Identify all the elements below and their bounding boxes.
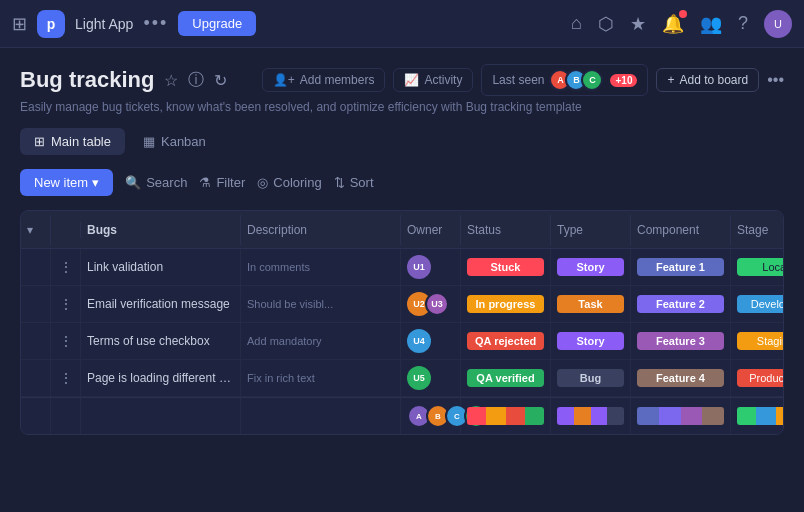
table-row: ⋮ Terms of use checkbox Add mandatory U4… (21, 323, 783, 360)
row-stage-3[interactable]: Staging (731, 323, 784, 359)
row-component-4[interactable]: Feature 4 (631, 360, 731, 396)
summary-bugs (81, 398, 241, 434)
row-owner-3[interactable]: U4 (401, 323, 461, 359)
type-badge[interactable]: Task (557, 295, 624, 313)
col-menu (51, 222, 81, 238)
main-content: Bug tracking ☆ ⓘ ↻ 👤+ Add members 📈 Acti… (0, 48, 804, 435)
row-stage-2[interactable]: Develop... (731, 286, 784, 322)
strip-comp3 (681, 407, 703, 425)
row-component-2[interactable]: Feature 2 (631, 286, 731, 322)
info-icon[interactable]: ⓘ (188, 70, 204, 91)
more-options-icon[interactable]: ••• (143, 13, 168, 34)
row-type-4[interactable]: Bug (551, 360, 631, 396)
row-stage-4[interactable]: Production (731, 360, 784, 396)
col-status-header: Status (461, 215, 551, 245)
stage-badge[interactable]: Local (737, 258, 784, 276)
table-row: ⋮ Link validation In comments U1 Stuck S… (21, 249, 783, 286)
stage-badge[interactable]: Staging (737, 332, 784, 350)
col-description-header: Description (241, 215, 401, 245)
cube-icon[interactable]: ⬡ (598, 13, 614, 35)
row-desc-3: Add mandatory (241, 323, 401, 359)
bell-icon[interactable]: 🔔 (662, 13, 684, 35)
home-icon[interactable]: ⌂ (571, 13, 582, 34)
strip-comp1 (637, 407, 659, 425)
row-status-3[interactable]: QA rejected (461, 323, 551, 359)
activity-icon: 📈 (404, 73, 419, 87)
filter-button[interactable]: ⚗ Filter (199, 175, 245, 190)
summary-owners: A B C D (401, 398, 461, 434)
avatar: U3 (425, 292, 449, 316)
type-badge[interactable]: Story (557, 332, 624, 350)
row-type-1[interactable]: Story (551, 249, 631, 285)
row-type-3[interactable]: Story (551, 323, 631, 359)
board-more-icon[interactable]: ••• (767, 71, 784, 89)
status-badge[interactable]: In progress (467, 295, 544, 313)
row-collapse-2[interactable] (21, 286, 51, 322)
coloring-button[interactable]: ◎ Coloring (257, 175, 321, 190)
strip-verified (525, 407, 544, 425)
tab-kanban[interactable]: ▦ Kanban (129, 128, 220, 155)
component-badge[interactable]: Feature 1 (637, 258, 724, 276)
stage-badge[interactable]: Production (737, 369, 784, 387)
grid-icon[interactable]: ⊞ (12, 13, 27, 35)
row-status-2[interactable]: In progress (461, 286, 551, 322)
component-badge[interactable]: Feature 4 (637, 369, 724, 387)
star-board-icon[interactable]: ☆ (164, 71, 178, 90)
avatar: U5 (407, 366, 431, 390)
component-badge[interactable]: Feature 3 (637, 332, 724, 350)
row-menu-4[interactable]: ⋮ (51, 360, 81, 396)
summary-desc (241, 398, 401, 434)
people-icon[interactable]: 👥 (700, 13, 722, 35)
row-menu-2[interactable]: ⋮ (51, 286, 81, 322)
strip-progress (486, 407, 505, 425)
row-collapse-1[interactable] (21, 249, 51, 285)
row-status-1[interactable]: Stuck (461, 249, 551, 285)
row-owner-4[interactable]: U5 (401, 360, 461, 396)
star-icon[interactable]: ★ (630, 13, 646, 35)
row-component-1[interactable]: Feature 1 (631, 249, 731, 285)
type-badge[interactable]: Story (557, 258, 624, 276)
row-bug-name-2: Email verification message (81, 286, 241, 322)
upgrade-button[interactable]: Upgrade (178, 11, 256, 36)
help-icon[interactable]: ? (738, 13, 748, 34)
row-stage-1[interactable]: Local (731, 249, 784, 285)
row-status-4[interactable]: QA verified (461, 360, 551, 396)
row-collapse-4[interactable] (21, 360, 51, 396)
type-badge[interactable]: Bug (557, 369, 624, 387)
row-type-2[interactable]: Task (551, 286, 631, 322)
search-button[interactable]: 🔍 Search (125, 175, 187, 190)
summary-row: A B C D (21, 397, 783, 434)
tab-main-table[interactable]: ⊞ Main table (20, 128, 125, 155)
row-menu-3[interactable]: ⋮ (51, 323, 81, 359)
row-owner-1[interactable]: U1 (401, 249, 461, 285)
board-header: Bug tracking ☆ ⓘ ↻ 👤+ Add members 📈 Acti… (20, 64, 784, 96)
stage-badge[interactable]: Develop... (737, 295, 784, 313)
table-icon: ⊞ (34, 134, 45, 149)
row-owner-2[interactable]: U2 U3 (401, 286, 461, 322)
filter-icon: ⚗ (199, 175, 211, 190)
strip-story (557, 407, 574, 425)
last-seen-button[interactable]: Last seen A B C +10 (481, 64, 648, 96)
sort-button[interactable]: ⇅ Sort (334, 175, 374, 190)
col-bugs-header: Bugs (81, 215, 241, 245)
activity-button[interactable]: 📈 Activity (393, 68, 473, 92)
main-table: ▾ Bugs Description Owner Status Type Com… (20, 210, 784, 435)
new-item-button[interactable]: New item ▾ (20, 169, 113, 196)
board-description: Easily manage bug tickets, know what's b… (20, 100, 784, 114)
strip-staging (776, 407, 785, 425)
status-badge[interactable]: Stuck (467, 258, 544, 276)
status-badge[interactable]: QA rejected (467, 332, 544, 350)
last-seen-label: Last seen (492, 73, 544, 87)
component-badge[interactable]: Feature 2 (637, 295, 724, 313)
user-avatar[interactable]: U (764, 10, 792, 38)
row-collapse-3[interactable] (21, 323, 51, 359)
row-menu-1[interactable]: ⋮ (51, 249, 81, 285)
chevron-down-icon: ▾ (27, 223, 33, 237)
owner-multi: U2 U3 (407, 292, 449, 316)
refresh-icon[interactable]: ↻ (214, 71, 227, 90)
summary-status (461, 398, 551, 434)
add-to-board-button[interactable]: + Add to board (656, 68, 759, 92)
row-component-3[interactable]: Feature 3 (631, 323, 731, 359)
add-members-button[interactable]: 👤+ Add members (262, 68, 386, 92)
status-badge[interactable]: QA verified (467, 369, 544, 387)
